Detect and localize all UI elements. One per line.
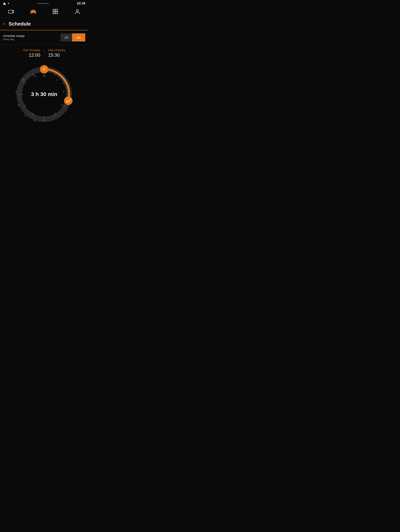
stop-charging-section: Stop Charging 15:30 [44,49,85,58]
start-charging-section: Start Charging 12:00 [3,49,44,58]
car-icon [30,9,37,14]
clock-num-11: 11 [33,75,36,77]
svg-rect-7 [53,12,55,14]
svg-marker-0 [3,2,6,5]
profile-icon [75,9,80,14]
svg-line-40 [46,117,47,118]
stop-handle[interactable] [64,97,73,105]
svg-point-9 [76,9,79,12]
nav-profile[interactable] [73,8,82,15]
lightning-icon: ⚡ [42,67,46,71]
svg-line-42 [42,117,42,118]
nav-car[interactable] [28,8,38,15]
signal-icon [3,2,6,5]
status-time: 22:18 [77,1,85,5]
toggle-group: Off On [60,33,85,41]
charging-times: Start Charging 12:00 Stop Charging 15:30 [0,45,88,60]
svg-rect-2 [9,10,13,13]
clock-num-8: 8 [18,104,19,107]
toggle-on-button[interactable]: On [72,33,85,41]
notch [38,3,49,4]
status-bar: ✦ 22:18 [0,0,88,6]
clock-num-3: 3 [61,104,62,107]
status-icons: ✦ [3,2,10,5]
schedule-info: Schedule charge Every day [3,34,25,41]
nav-grid[interactable] [51,8,60,15]
clock-duration: 3 h 30 min [31,91,57,97]
clock-container[interactable]: 12 1 2 3 4 5 6 7 8 9 10 11 ⚡ 3 h 30 min [12,62,77,127]
toggle-off-button[interactable]: Off [60,33,72,41]
camera-icon [8,9,14,14]
start-charging-value: 12:00 [3,52,40,58]
svg-point-3 [31,13,32,14]
clock-num-7: 7 [24,114,25,117]
clock-num-1: 1 [56,78,57,81]
clock-num-5: 5 [43,119,45,122]
page-title: Schedule [9,21,31,27]
svg-rect-8 [56,12,58,14]
schedule-charge-sublabel: Every day [3,38,25,41]
schedule-charge-row: Schedule charge Every day Off On [0,30,88,45]
nav-camera[interactable] [6,8,16,15]
page-header: × Schedule [0,18,88,30]
stop-charging-label: Stop Charging [48,49,85,52]
svg-rect-5 [53,9,55,11]
clock-num-9: 9 [15,90,17,93]
schedule-charge-label: Schedule charge [3,34,25,38]
nav-bar [0,6,88,18]
close-button[interactable]: × [3,21,6,26]
svg-point-4 [34,13,36,14]
clock-num-10: 10 [22,78,24,81]
clock-num-6: 6 [34,119,35,122]
stop-charging-value: 15:30 [48,52,85,58]
clock-num-2: 2 [63,90,64,93]
start-charging-label: Start Charging [3,49,40,52]
bluetooth-icon: ✦ [7,2,10,5]
grid-icon [53,9,58,14]
svg-rect-6 [56,9,58,11]
